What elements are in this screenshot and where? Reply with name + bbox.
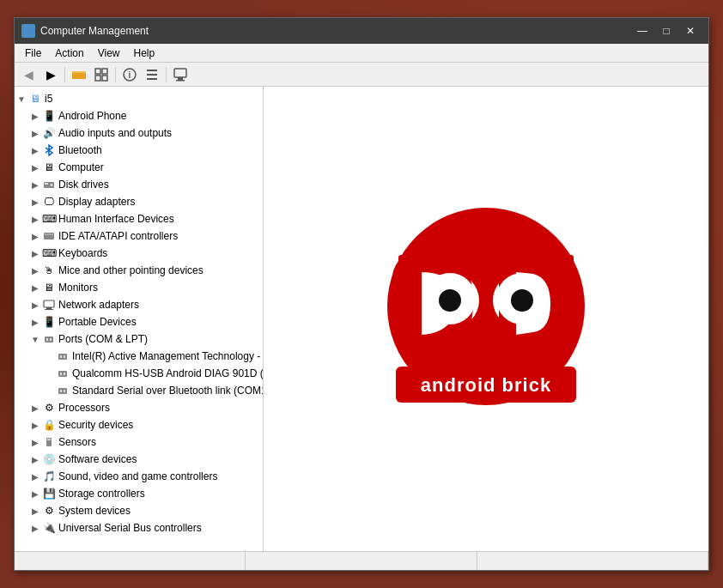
list-item[interactable]: ▶ 🖱 Mice and other pointing devices: [28, 262, 263, 279]
android-brick-logo: android brick: [374, 208, 598, 431]
list-item[interactable]: ▶ 🖵 Display adapters: [28, 193, 263, 210]
item-label: Security devices: [58, 419, 133, 431]
bluetooth-icon: [42, 143, 56, 157]
minimize-button[interactable]: —: [631, 22, 653, 39]
list-item[interactable]: ▶ 💾 Storage controllers: [28, 485, 263, 502]
title-bar: Computer Management — □ ✕: [15, 18, 708, 44]
item-label: Computer: [58, 161, 104, 173]
list-item[interactable]: ▶ 🔌 Universal Serial Bus controllers: [28, 519, 263, 536]
arrow: ▶: [28, 418, 42, 432]
svg-rect-4: [102, 69, 107, 74]
list-item[interactable]: ▶ ⚙ System devices: [28, 502, 263, 519]
storage-icon: 💾: [42, 487, 56, 500]
forward-button[interactable]: ▶: [40, 65, 61, 84]
list-item[interactable]: Qualcomm HS-USB Android DIAG 901D (COM15…: [42, 365, 263, 382]
arrow: ▶: [28, 435, 42, 449]
list-item[interactable]: ▶ 🎵 Sound, video and game controllers: [28, 468, 263, 485]
svg-rect-24: [46, 338, 48, 341]
list-item[interactable]: ▶ 🔊 Audio inputs and outputs: [28, 124, 263, 142]
close-button[interactable]: ✕: [679, 22, 702, 39]
list-item[interactable]: ▶ 📱 Android Phone: [28, 107, 263, 124]
item-label: Intel(R) Active Management Technology - …: [72, 350, 264, 362]
item-label: Network adapters: [58, 299, 139, 311]
disk-icon: [42, 178, 56, 191]
svg-rect-27: [60, 355, 62, 358]
list-item[interactable]: ▶ 🖥 Monitors: [28, 279, 263, 296]
list-item[interactable]: Standard Serial over Bluetooth link (COM…: [42, 382, 263, 399]
arrow: ▶: [28, 126, 42, 140]
computer-button[interactable]: [170, 65, 191, 84]
arrow: ▶: [28, 452, 42, 466]
list-item[interactable]: ▶ Bluetooth: [28, 142, 263, 159]
arrow: ▶: [28, 315, 42, 329]
item-label: Audio inputs and outputs: [58, 127, 172, 139]
list-item[interactable]: ▶ 📱 Portable Devices: [28, 313, 263, 330]
list-item[interactable]: ▶ Sensors: [28, 433, 263, 451]
list-item[interactable]: ▶ 💿 Software devices: [28, 451, 263, 468]
arrow: ▶: [28, 143, 42, 157]
svg-point-47: [439, 289, 461, 312]
sensors-icon: [42, 435, 56, 449]
item-label: Qualcomm HS-USB Android DIAG 901D (COM15…: [72, 367, 264, 379]
item-label: Disk drives: [58, 179, 109, 191]
menu-file[interactable]: File: [18, 45, 48, 61]
view-button[interactable]: [91, 65, 112, 84]
toolbar-separator-2: [115, 67, 116, 82]
status-segment-3: [477, 552, 708, 570]
mouse-icon: 🖱: [42, 264, 56, 277]
audio-icon: 🔊: [42, 126, 56, 140]
svg-rect-33: [60, 390, 62, 392]
root-label: i5: [45, 93, 52, 105]
arrow: ▶: [28, 229, 42, 243]
item-label: Android Phone: [58, 110, 126, 122]
svg-rect-29: [58, 371, 67, 377]
list-item[interactable]: ▶ ⌨ Human Interface Devices: [28, 210, 263, 227]
port-sub-icon: [56, 349, 70, 363]
folder-open-icon: [72, 68, 86, 82]
root-icon: 🖥: [28, 92, 42, 106]
usb-icon: 🔌: [42, 521, 56, 535]
svg-rect-3: [95, 69, 100, 74]
list-item[interactable]: ▶ 🖥 Computer: [28, 159, 263, 176]
grid-icon: [94, 68, 108, 82]
list-item[interactable]: ▶ Disk drives: [28, 176, 263, 193]
svg-text:android brick: android brick: [421, 374, 551, 396]
item-label: Human Interface Devices: [58, 213, 174, 225]
display-icon: 🖵: [42, 195, 56, 209]
tree-root[interactable]: ▼ 🖥 i5: [15, 90, 263, 107]
svg-rect-6: [102, 76, 107, 81]
back-button[interactable]: ◀: [18, 65, 39, 84]
list-item[interactable]: ▶ ⌨ Keyboards: [28, 245, 263, 262]
logo-container: android brick: [374, 208, 598, 431]
menu-help[interactable]: Help: [127, 45, 162, 61]
item-label: Portable Devices: [58, 316, 137, 328]
phone-icon: 📱: [42, 109, 56, 123]
svg-rect-34: [64, 390, 65, 392]
menu-action[interactable]: Action: [48, 45, 90, 61]
item-label: Ports (COM & LPT): [58, 333, 148, 345]
status-segment-1: [15, 552, 246, 570]
processor-icon: ⚙: [42, 401, 56, 415]
window-icon: [21, 24, 35, 38]
port-sub-icon: [56, 367, 70, 380]
list-item[interactable]: ▶ ⚙ Processors: [28, 399, 263, 416]
info-button[interactable]: i: [119, 65, 140, 84]
svg-rect-22: [45, 309, 53, 310]
arrow: [42, 384, 56, 397]
item-label: System devices: [58, 505, 131, 517]
list-item[interactable]: ▶ IDE ATA/ATAPI controllers: [28, 227, 263, 245]
svg-rect-2: [72, 73, 86, 79]
list-icon: [145, 68, 159, 82]
menu-view[interactable]: View: [91, 45, 127, 61]
tree-panel: ▼ 🖥 i5 ▶ 📱 Android Phone ▶ 🔊 Audio input…: [15, 87, 264, 551]
svg-rect-36: [47, 439, 51, 440]
maximize-button[interactable]: □: [655, 22, 677, 39]
open-button[interactable]: [69, 65, 89, 84]
list-item[interactable]: ▼ Ports (COM & LPT): [28, 330, 263, 348]
item-label: Universal Serial Bus controllers: [58, 522, 202, 534]
list-item[interactable]: ▶ 🔒 Security devices: [28, 416, 263, 433]
list-item[interactable]: Intel(R) Active Management Technology - …: [42, 348, 263, 365]
svg-rect-30: [60, 373, 62, 375]
list-button[interactable]: [142, 65, 162, 84]
list-item[interactable]: ▶ Network adapters: [28, 296, 263, 313]
